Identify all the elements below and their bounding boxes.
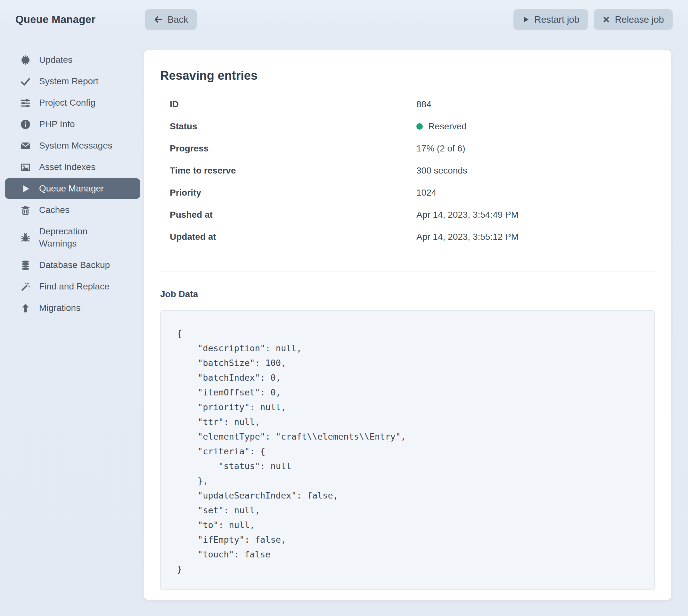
sidebar-item-caches[interactable]: Caches: [5, 200, 140, 220]
sidebar-item-find-and-replace[interactable]: Find and Replace: [5, 276, 140, 297]
sidebar-item-label: Updates: [39, 54, 72, 66]
back-button-label: Back: [168, 15, 188, 25]
sidebar-item-asset-indexes[interactable]: Asset Indexes: [5, 157, 140, 177]
detail-label: Priority: [170, 188, 416, 198]
detail-label: Progress: [170, 144, 416, 154]
sidebar-item-label: System Report: [39, 75, 98, 87]
x-icon: [602, 16, 610, 23]
page-title: Queue Manager: [15, 14, 145, 26]
detail-label: ID: [170, 99, 416, 110]
sidebar-item-system-report[interactable]: System Report: [5, 71, 140, 92]
detail-value: Apr 14, 2023, 3:54:49 PM: [416, 210, 519, 220]
sidebar-item-label: Find and Replace: [39, 281, 109, 293]
detail-row-status: Status Reserved: [160, 115, 655, 137]
sidebar-nav: Updates System Report Project Config PHP…: [5, 50, 140, 318]
play-icon: [20, 183, 31, 194]
restart-job-button[interactable]: Restart job: [513, 9, 588, 30]
check-icon: [20, 76, 31, 87]
arrow-left-icon: [154, 15, 163, 24]
restart-job-label: Restart job: [535, 15, 579, 25]
sidebar-item-label: Project Config: [39, 97, 95, 109]
sidebar-item-project-config[interactable]: Project Config: [5, 92, 140, 113]
detail-row-time-to-reserve: Time to reserve 300 seconds: [160, 159, 655, 181]
sidebar-item-label: Database Backup: [39, 259, 110, 271]
job-data-code: { "description": null, "batchSize": 100,…: [177, 326, 638, 577]
release-job-button[interactable]: Release job: [594, 9, 673, 30]
sidebar-item-system-messages[interactable]: System Messages: [5, 135, 140, 156]
sidebar-item-deprecation-warnings[interactable]: Deprecation Warnings: [5, 221, 140, 254]
sliders-icon: [20, 97, 31, 108]
detail-row-pushed-at: Pushed at Apr 14, 2023, 3:54:49 PM: [160, 204, 655, 226]
sidebar-item-label: System Messages: [39, 139, 112, 152]
envelope-icon: [20, 140, 31, 151]
detail-row-id: ID 884: [160, 93, 655, 115]
detail-value: 1024: [416, 188, 436, 198]
image-icon: [20, 162, 31, 173]
sidebar-item-database-backup[interactable]: Database Backup: [5, 255, 140, 276]
sidebar-item-label: Migrations: [39, 302, 80, 314]
layout: Updates System Report Project Config PHP…: [0, 36, 688, 600]
status-dot: [416, 123, 423, 130]
detail-row-updated-at: Updated at Apr 14, 2023, 3:55:12 PM: [160, 226, 655, 248]
sidebar-item-queue-manager[interactable]: Queue Manager: [5, 178, 140, 199]
job-data-heading: Job Data: [160, 289, 655, 299]
release-job-label: Release job: [615, 15, 664, 25]
sidebar-item-label: PHP Info: [39, 118, 75, 130]
detail-label: Updated at: [170, 232, 416, 242]
detail-value: 17% (2 of 6): [416, 144, 466, 154]
sidebar-item-migrations[interactable]: Migrations: [5, 298, 140, 318]
trash-icon: [20, 204, 31, 216]
arrow-up-icon: [20, 303, 31, 313]
detail-value: Reserved: [416, 122, 467, 132]
divider: [160, 271, 655, 272]
header-actions: Restart job Release job: [513, 9, 673, 30]
status-text: Reserved: [428, 122, 467, 132]
play-icon: [522, 16, 530, 23]
sidebar-item-label: Asset Indexes: [39, 161, 95, 173]
main-content: Resaving entries ID 884 Status Reserved …: [144, 36, 688, 600]
detail-row-priority: Priority 1024: [160, 181, 655, 204]
sidebar-item-php-info[interactable]: PHP Info: [5, 114, 140, 134]
sidebar-item-label: Queue Manager: [39, 182, 104, 195]
burst-icon: [20, 54, 31, 65]
wand-icon: [20, 281, 31, 292]
sidebar: Updates System Report Project Config PHP…: [0, 36, 144, 319]
bug-icon: [20, 232, 31, 243]
detail-row-progress: Progress 17% (2 of 6): [160, 137, 655, 159]
sidebar-item-label: Deprecation Warnings: [39, 225, 119, 250]
detail-value: Apr 14, 2023, 3:55:12 PM: [416, 232, 519, 242]
job-title: Resaving entries: [160, 69, 655, 83]
sidebar-item-updates[interactable]: Updates: [5, 50, 140, 70]
detail-value: 884: [416, 99, 431, 110]
detail-value: 300 seconds: [416, 166, 467, 176]
header: Queue Manager Back Restart job Release j…: [0, 0, 688, 36]
info-icon: [20, 119, 31, 130]
back-button[interactable]: Back: [145, 9, 197, 30]
database-icon: [20, 260, 31, 270]
detail-label: Status: [170, 122, 416, 132]
job-detail-card: Resaving entries ID 884 Status Reserved …: [144, 50, 671, 600]
detail-label: Time to reserve: [170, 166, 416, 176]
job-details: ID 884 Status Reserved Progress 17% (2 o…: [160, 93, 655, 248]
sidebar-item-label: Caches: [39, 204, 69, 216]
job-data-code-block: { "description": null, "batchSize": 100,…: [160, 310, 655, 590]
detail-label: Pushed at: [170, 210, 416, 220]
